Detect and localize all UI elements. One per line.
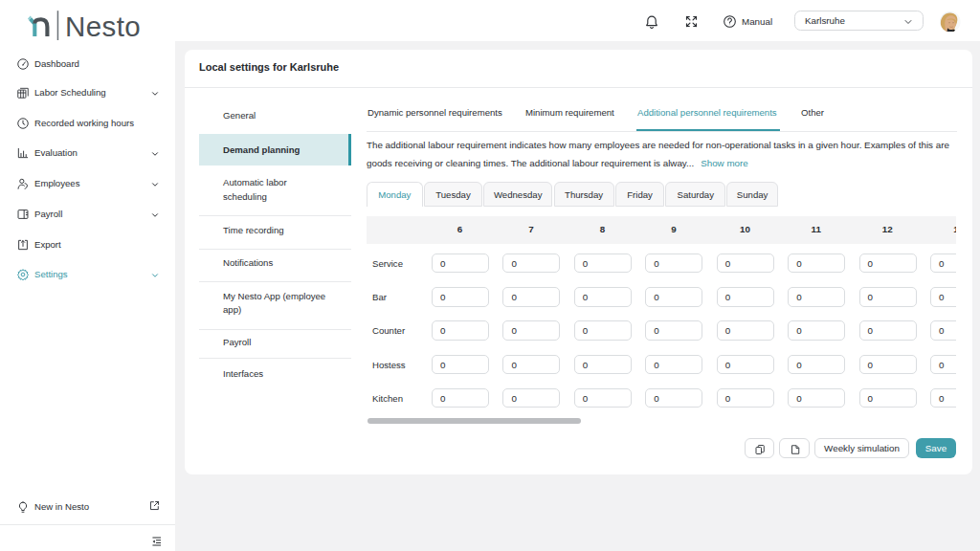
svg-text:Nesto: Nesto	[65, 11, 141, 40]
